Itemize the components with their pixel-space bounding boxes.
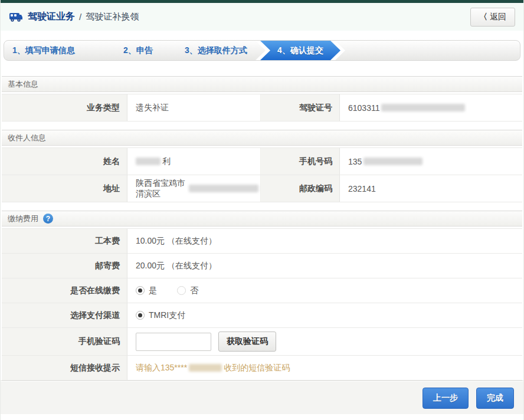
- zip-code-label: 邮政编码: [261, 175, 340, 202]
- business-type-value: 遗失补证: [127, 94, 261, 121]
- pay-channel-options: TMRI支付: [127, 303, 522, 327]
- online-pay-options: 是 否: [127, 278, 522, 303]
- table-row: 地址 陕西省宝鸡市渭滨区 邮政编码 232141: [2, 175, 522, 202]
- table-row: 是否在线缴费 是 否: [2, 278, 522, 303]
- production-fee-value: 10.00元 （在线支付）: [127, 229, 522, 253]
- address-value: 陕西省宝鸡市渭滨区: [127, 175, 261, 202]
- section-title-recipient: 收件人信息: [8, 133, 46, 143]
- redacted-blur: [363, 158, 423, 165]
- zip-code-value: 232141: [340, 175, 522, 202]
- postage-fee-label: 邮寄费: [2, 254, 127, 278]
- redacted-blur: [189, 185, 258, 192]
- help-icon[interactable]: ?: [43, 214, 53, 224]
- sms-hint-label: 短信接收提示: [2, 356, 127, 380]
- form-content: 基本信息 业务类型 遗失补证 驾驶证号 6103311 收件人信息 姓名 利 手…: [1, 61, 523, 380]
- step-3-pickup-method: 3、选择取件方式: [173, 41, 260, 60]
- name-label: 姓名: [2, 148, 127, 175]
- license-number-value: 6103311: [340, 94, 522, 121]
- breadcrumb-current: 驾驶证补换领: [86, 11, 139, 22]
- stepbar-wrap: 1、填写申请信息 2、申告 3、选择取件方式 4、确认提交: [1, 31, 523, 61]
- section-header-basic-info: 基本信息: [2, 76, 522, 92]
- finish-button[interactable]: 完成: [476, 388, 514, 409]
- table-row: 工本费 10.00元 （在线支付）: [2, 228, 522, 254]
- table-row: 姓名 利 手机号码 135: [2, 147, 522, 175]
- sms-code-label: 手机验证码: [2, 328, 127, 355]
- back-button-label: 返回: [490, 12, 506, 21]
- radio-tmri-selected[interactable]: [136, 311, 145, 320]
- truck-icon: [9, 11, 23, 23]
- radio-yes-selected[interactable]: [136, 286, 145, 295]
- radio-no-label[interactable]: 否: [190, 286, 198, 296]
- postage-fee-value: 20.00元 （在线支付）: [127, 254, 522, 278]
- section-title-payment: 缴纳费用: [8, 214, 38, 224]
- sms-hint-text: 请输入135****收到的短信验证码: [127, 356, 522, 380]
- redacted-blur: [189, 364, 222, 372]
- redacted-blur: [381, 104, 465, 111]
- table-row: 业务类型 遗失补证 驾驶证号 6103311: [2, 94, 522, 122]
- section-title-basic: 基本信息: [8, 79, 38, 90]
- header: 驾驶证业务 / 驾驶证补换领 〈返回: [1, 3, 523, 31]
- license-number-label: 驾驶证号: [261, 94, 340, 121]
- step-4-confirm-submit-wrap: 4、确认提交: [260, 41, 340, 60]
- footer-actions: 上一步 完成: [1, 382, 523, 414]
- section-header-payment: 缴纳费用 ?: [2, 211, 522, 227]
- step-2-declare: 2、申告: [103, 41, 173, 60]
- step-4-confirm-submit: 4、确认提交: [260, 41, 340, 60]
- online-pay-label: 是否在线缴费: [2, 278, 127, 303]
- name-value: 利: [127, 148, 261, 175]
- section-header-recipient-info: 收件人信息: [2, 130, 522, 146]
- page-title: 驾驶证业务: [28, 11, 75, 23]
- previous-step-button[interactable]: 上一步: [423, 388, 469, 409]
- radio-no-unselected[interactable]: [177, 286, 186, 295]
- table-row: 邮寄费 20.00元 （在线支付）: [2, 253, 522, 278]
- radio-yes-label[interactable]: 是: [149, 286, 157, 296]
- get-sms-code-button[interactable]: 获取验证码: [218, 332, 276, 352]
- radio-tmri-label[interactable]: TMRI支付: [149, 310, 185, 321]
- production-fee-label: 工本费: [2, 229, 127, 253]
- driver-license-page: 驾驶证业务 / 驾驶证补换领 〈返回 1、填写申请信息 2、申告 3、选择取件方…: [0, 0, 524, 420]
- table-row: 短信接收提示 请输入135****收到的短信验证码: [2, 355, 522, 380]
- sms-code-field-group: 获取验证码: [127, 328, 522, 355]
- redacted-blur: [136, 158, 161, 165]
- back-chevron-icon: 〈: [479, 12, 487, 21]
- back-button[interactable]: 〈返回: [470, 8, 515, 27]
- phone-value: 135: [340, 148, 522, 175]
- pay-channel-label: 选择支付渠道: [2, 303, 127, 327]
- step-1-fill-application: 1、填写申请信息: [4, 41, 103, 60]
- step-navigation: 1、填写申请信息 2、申告 3、选择取件方式 4、确认提交: [4, 40, 520, 61]
- business-type-label: 业务类型: [2, 94, 127, 121]
- sms-code-input[interactable]: [136, 333, 211, 351]
- table-row: 选择支付渠道 TMRI支付: [2, 303, 522, 328]
- breadcrumb-separator: /: [79, 12, 81, 22]
- address-label: 地址: [2, 175, 127, 202]
- phone-label: 手机号码: [261, 148, 340, 175]
- table-row: 手机验证码 获取验证码: [2, 327, 522, 356]
